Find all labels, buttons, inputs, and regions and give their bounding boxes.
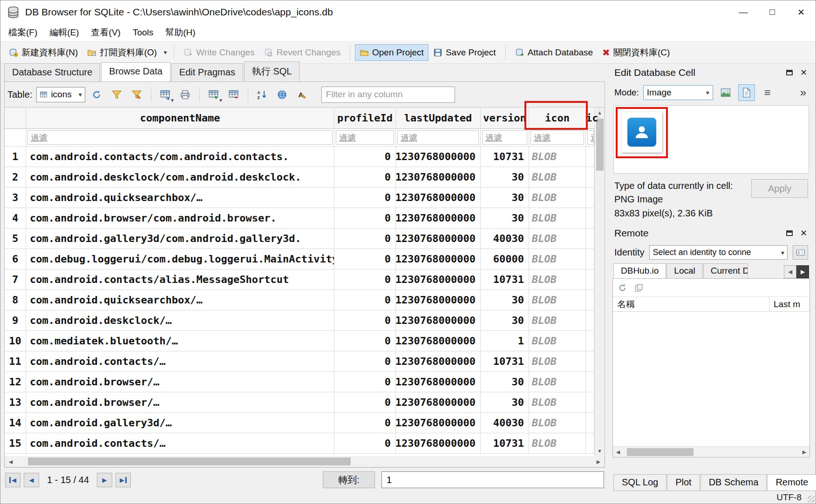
- cell-partial[interactable]: [586, 351, 594, 371]
- table-row[interactable]: 11 com.android.contacts/… 0 123076800000…: [5, 351, 594, 372]
- tab-database-structure[interactable]: Database Structure: [4, 63, 100, 81]
- cell-lastUpdated[interactable]: 1230768000000: [396, 331, 481, 351]
- tab-current-database[interactable]: Current Dat: [703, 263, 748, 278]
- cell-lastUpdated[interactable]: 1230768000000: [396, 188, 481, 208]
- clone-database-icon[interactable]: [634, 283, 644, 293]
- cell-profileId[interactable]: 0: [334, 433, 396, 453]
- cell-profileId[interactable]: 0: [334, 249, 396, 269]
- cell-componentName[interactable]: com.android.quicksearchbox/…: [26, 188, 334, 208]
- revert-changes-button[interactable]: Revert Changes: [259, 44, 345, 61]
- tab-dbhub[interactable]: DBHub.io: [613, 263, 666, 278]
- row-number[interactable]: 7: [5, 269, 26, 289]
- filter-input[interactable]: 過濾: [530, 130, 584, 145]
- cell-partial[interactable]: [586, 372, 594, 392]
- cell-icon-blob[interactable]: BLOB: [529, 249, 586, 269]
- cell-profileId[interactable]: 0: [334, 167, 396, 187]
- filter-input[interactable]: 過濾: [27, 130, 333, 145]
- cell-version[interactable]: 10731: [481, 433, 529, 453]
- remote-horizontal-scrollbar[interactable]: ◀ ▶: [613, 446, 809, 457]
- column-header-name[interactable]: 名稱: [613, 297, 769, 311]
- scroll-right-icon[interactable]: ▶: [799, 447, 809, 457]
- insert-record-button[interactable]: ▾: [205, 86, 222, 103]
- column-header-icon[interactable]: icon: [529, 108, 586, 128]
- close-button[interactable]: ✕: [787, 0, 816, 24]
- cell-partial[interactable]: [586, 167, 594, 187]
- toolbar-overflow-icon[interactable]: »: [800, 86, 808, 99]
- cell-partial[interactable]: [586, 290, 594, 310]
- open-database-button[interactable]: 打開資料庫(O): [82, 43, 161, 62]
- cell-componentName[interactable]: com.android.gallery3d/…: [26, 413, 334, 433]
- cell-version[interactable]: 1: [481, 331, 529, 351]
- cell-icon-blob[interactable]: BLOB: [529, 392, 586, 412]
- table-row[interactable]: 15 com.android.contacts/… 0 123076800000…: [5, 433, 594, 454]
- table-combobox[interactable]: icons ▾: [36, 87, 85, 102]
- cell-componentName[interactable]: com.android.contacts/…: [26, 433, 334, 453]
- table-row[interactable]: 2 com.android.deskclock/com.android.desk…: [5, 167, 594, 188]
- cell-partial[interactable]: [586, 413, 594, 433]
- cell-version[interactable]: 30: [481, 167, 529, 187]
- first-page-button[interactable]: ◀: [5, 473, 20, 487]
- cell-version[interactable]: 30: [481, 372, 529, 392]
- encoding-button[interactable]: [274, 86, 291, 103]
- cell-version[interactable]: 30: [481, 310, 529, 330]
- tab-scroll-left-button[interactable]: ◀: [784, 265, 796, 278]
- menu-item[interactable]: 幫助(H): [159, 24, 201, 41]
- table-row[interactable]: 9 com.android.deskclock/… 0 123076800000…: [5, 310, 594, 331]
- cell-profileId[interactable]: 0: [334, 392, 396, 412]
- tab-local[interactable]: Local: [666, 263, 702, 278]
- mode-combobox[interactable]: Image ▾: [643, 85, 713, 100]
- cell-version[interactable]: 10731: [481, 147, 529, 167]
- cell-lastUpdated[interactable]: 1230768000000: [396, 208, 481, 228]
- cell-profileId[interactable]: 0: [334, 147, 396, 167]
- cell-partial[interactable]: [586, 433, 594, 453]
- tab-remote[interactable]: Remote: [767, 474, 816, 491]
- column-header-version[interactable]: version: [481, 108, 529, 128]
- column-header-profileId[interactable]: profileId: [334, 108, 396, 128]
- menu-item[interactable]: 查看(V): [85, 24, 127, 41]
- float-panel-icon[interactable]: [786, 70, 793, 75]
- scroll-right-icon[interactable]: ▶: [593, 457, 604, 467]
- word-wrap-button[interactable]: ≡: [759, 84, 776, 101]
- last-page-button[interactable]: ▶: [116, 473, 131, 487]
- row-number[interactable]: 9: [5, 310, 26, 330]
- table-row[interactable]: 8 com.android.quicksearchbox/… 0 1230768…: [5, 290, 594, 310]
- cell-profileId[interactable]: 0: [334, 188, 396, 208]
- cell-icon-blob[interactable]: BLOB: [529, 372, 586, 392]
- format-button[interactable]: A: [294, 86, 311, 103]
- cell-componentName[interactable]: com.mediatek.bluetooth/…: [26, 331, 334, 351]
- table-row[interactable]: 5 com.android.gallery3d/com.android.gall…: [5, 228, 594, 249]
- cell-version[interactable]: 30: [481, 392, 529, 412]
- cell-profileId[interactable]: 0: [334, 331, 396, 351]
- cell-componentName[interactable]: com.android.deskclock/…: [26, 310, 334, 330]
- cell-partial[interactable]: [586, 269, 594, 289]
- scroll-track[interactable]: [16, 456, 593, 467]
- cell-partial[interactable]: [586, 392, 594, 412]
- row-number[interactable]: 6: [5, 249, 26, 269]
- print-button[interactable]: [177, 86, 194, 103]
- cell-icon-blob[interactable]: BLOB: [529, 188, 586, 208]
- scroll-left-icon[interactable]: ◀: [5, 457, 16, 467]
- save-project-button[interactable]: Save Project: [428, 44, 501, 61]
- cell-componentName[interactable]: com.android.contacts/alias.MessageShortc…: [26, 269, 334, 289]
- maximize-button[interactable]: □: [758, 0, 787, 24]
- cell-partial[interactable]: [586, 310, 594, 330]
- tab-execute-sql[interactable]: 執行 SQL: [244, 61, 300, 81]
- filter-cell[interactable]: 過濾: [529, 129, 586, 146]
- filter-input[interactable]: 過濾: [336, 130, 394, 145]
- cell-componentName[interactable]: com.android.contacts/com.android.contact…: [26, 147, 334, 167]
- row-number[interactable]: 8: [5, 290, 26, 310]
- cell-version[interactable]: 60000: [481, 249, 529, 269]
- cell-profileId[interactable]: 0: [334, 372, 396, 392]
- cell-version[interactable]: 10731: [481, 269, 529, 289]
- cell-icon-blob[interactable]: BLOB: [529, 290, 586, 310]
- refresh-button[interactable]: [88, 86, 105, 103]
- cell-componentName[interactable]: com.android.browser/…: [26, 392, 334, 412]
- cell-lastUpdated[interactable]: 1230768000000: [396, 228, 481, 249]
- cell-componentName[interactable]: com.android.deskclock/com.android.deskcl…: [26, 167, 334, 187]
- tab-edit-pragmas[interactable]: Edit Pragmas: [171, 63, 243, 81]
- apply-button[interactable]: Apply: [751, 179, 808, 198]
- cell-lastUpdated[interactable]: 1230768000000: [396, 433, 481, 453]
- cell-profileId[interactable]: 0: [334, 290, 396, 310]
- cell-version[interactable]: 30: [481, 188, 529, 208]
- cell-componentName[interactable]: com.debug.loggerui/com.debug.loggerui.Ma…: [26, 249, 334, 269]
